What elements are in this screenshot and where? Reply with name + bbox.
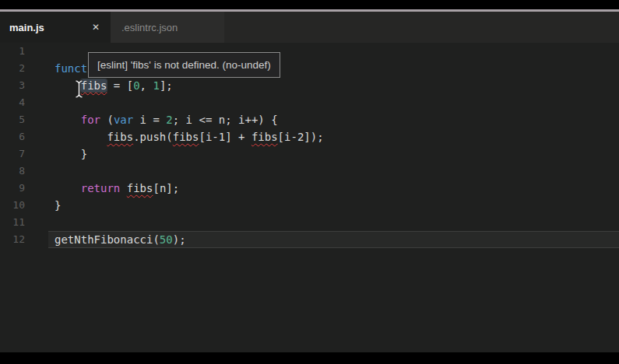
window-top-black-bar bbox=[0, 0, 619, 9]
code-line-10[interactable]: 10} bbox=[0, 197, 619, 214]
code-segment: return bbox=[81, 182, 121, 194]
code-line-5[interactable]: 5 for (var i = 2; i <= n; i++) { bbox=[0, 111, 619, 128]
code-line-4[interactable]: 4 bbox=[0, 94, 619, 111]
code-segment: ); bbox=[173, 233, 186, 246]
code-line-8[interactable]: 8 bbox=[0, 163, 619, 180]
code-segment: [n]; bbox=[153, 182, 179, 194]
line-number: 5 bbox=[0, 111, 55, 128]
code-segment: .push( bbox=[133, 131, 173, 143]
code-segment: i = bbox=[133, 114, 166, 126]
code-segment: } bbox=[55, 199, 61, 212]
tab-label: main.js bbox=[9, 22, 44, 33]
code-line-3[interactable]: 3 fibs = [0, 1]; bbox=[0, 77, 619, 94]
code-segment: } bbox=[55, 148, 87, 160]
line-number: 11 bbox=[0, 214, 55, 231]
code-text: getNthFibonacci(50); bbox=[55, 231, 186, 248]
line-number: 7 bbox=[0, 145, 55, 163]
code-segment: ; i <= n; i++) { bbox=[173, 114, 278, 126]
line-number: 6 bbox=[0, 128, 55, 145]
code-line-11[interactable]: 11 bbox=[0, 214, 619, 231]
line-number: 12 bbox=[0, 231, 55, 248]
line-number: 2 bbox=[0, 60, 55, 77]
code-line-6[interactable]: 6 fibs.push(fibs[i-1] + fibs[i-2]); bbox=[0, 128, 619, 145]
code-segment: [i-1] + bbox=[199, 131, 251, 143]
code-text: } bbox=[55, 145, 87, 163]
code-editor[interactable]: 12function getNthFibonacci(n) {3 fibs = … bbox=[0, 43, 619, 352]
code-text: } bbox=[55, 197, 61, 214]
tab-label: .eslintrc.json bbox=[121, 22, 178, 33]
eslint-error-tooltip-text: [eslint] 'fibs' is not defined. (no-unde… bbox=[97, 59, 271, 71]
code-segment: = [ bbox=[107, 79, 133, 92]
undefined-variable-token: fibs bbox=[251, 131, 278, 143]
code-segment: 50 bbox=[160, 233, 173, 246]
code-segment bbox=[55, 131, 107, 143]
line-number: 9 bbox=[0, 180, 55, 197]
text-ibeam-cursor-icon bbox=[74, 79, 84, 102]
line-number: 4 bbox=[0, 94, 55, 111]
undefined-variable-token: fibs bbox=[81, 79, 107, 92]
code-text: for (var i = 2; i <= n; i++) { bbox=[55, 111, 278, 128]
code-segment: , bbox=[140, 79, 153, 92]
undefined-variable-token: fibs bbox=[173, 131, 199, 143]
undefined-variable-token: fibs bbox=[107, 131, 133, 143]
code-line-9[interactable]: 9 return fibs[n]; bbox=[0, 180, 619, 197]
undefined-variable-token: fibs bbox=[127, 182, 153, 194]
code-segment: for bbox=[81, 114, 100, 126]
code-segment: ( bbox=[100, 114, 114, 126]
eslint-error-tooltip: [eslint] 'fibs' is not defined. (no-unde… bbox=[88, 52, 280, 78]
close-icon[interactable]: ✕ bbox=[90, 21, 101, 33]
tab-strip: main.js✕.eslintrc.json bbox=[0, 12, 619, 43]
code-segment bbox=[55, 114, 81, 126]
line-number: 1 bbox=[0, 43, 55, 60]
code-segment: getNthFibonacci( bbox=[55, 233, 160, 246]
code-segment: [i-2]); bbox=[278, 131, 324, 143]
code-segment bbox=[120, 182, 126, 194]
line-number: 8 bbox=[0, 163, 55, 180]
code-segment: var bbox=[114, 114, 133, 126]
tab-main-js[interactable]: main.js✕ bbox=[0, 12, 111, 43]
code-line-12[interactable]: 12getNthFibonacci(50); bbox=[0, 231, 619, 248]
line-number: 10 bbox=[0, 197, 55, 214]
code-segment: 2 bbox=[166, 114, 172, 126]
code-segment bbox=[55, 182, 81, 194]
window-bottom-black-bar bbox=[0, 352, 619, 364]
line-number: 3 bbox=[0, 77, 55, 94]
code-segment: 0 bbox=[133, 79, 139, 92]
code-text: fibs = [0, 1]; bbox=[55, 77, 173, 94]
code-segment: ]; bbox=[160, 79, 173, 92]
code-text: return fibs[n]; bbox=[55, 180, 179, 197]
code-segment: 1 bbox=[153, 79, 159, 92]
tab-eslintrc-json[interactable]: .eslintrc.json bbox=[111, 12, 224, 43]
code-text: fibs.push(fibs[i-1] + fibs[i-2]); bbox=[55, 128, 324, 145]
code-line-7[interactable]: 7 } bbox=[0, 145, 619, 163]
